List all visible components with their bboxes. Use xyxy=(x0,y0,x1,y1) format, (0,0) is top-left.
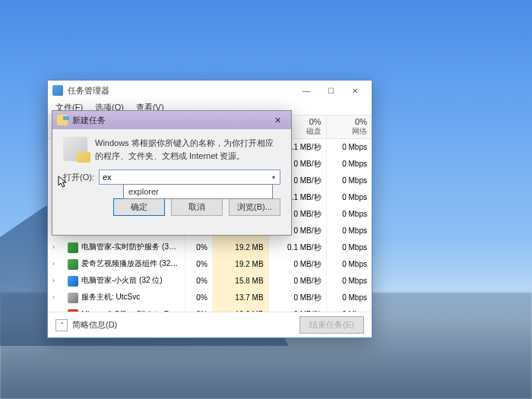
table-row[interactable]: ›电脑管家-小火箭 (32 位)0%15.8 MB0 MB/秒0 Mbps xyxy=(48,273,372,290)
dialog-title: 新建任务 xyxy=(72,115,106,126)
process-name-cell: ›电脑管家-小火箭 (32 位) xyxy=(48,273,185,290)
chevron-right-icon: › xyxy=(52,243,59,251)
fewer-details-button[interactable]: ⌃ 简略信息(D) xyxy=(55,319,117,331)
chevron-right-icon: › xyxy=(52,260,59,268)
cell-net: 0 Mbps xyxy=(326,139,372,156)
cell-mem: 19.2 MB xyxy=(212,256,268,273)
process-name-cell: ›服务主机: UtcSvc xyxy=(48,290,185,306)
autocomplete-list: explorer xyxy=(123,184,273,199)
cell-net: 0 Mbps xyxy=(326,256,372,273)
process-icon xyxy=(68,293,78,303)
cell-net: 0 Mbps xyxy=(326,156,372,173)
ok-button[interactable]: 确定 xyxy=(113,198,165,216)
cell-cpu: 0% xyxy=(185,290,212,306)
cancel-button[interactable]: 取消 xyxy=(171,198,223,216)
maximize-button[interactable]: ☐ xyxy=(318,82,343,99)
cell-cpu: 0% xyxy=(185,306,212,312)
cell-net: 0 Mbps xyxy=(326,189,372,206)
minimize-button[interactable]: — xyxy=(294,82,318,99)
cell-disk: 0 MB/秒 xyxy=(268,273,326,290)
process-name: 服务主机: UtcSvc xyxy=(81,293,140,301)
process-name: 爱奇艺视频播放器组件 (32 位) xyxy=(81,259,182,268)
run-icon xyxy=(63,137,87,161)
dialog-description: Windows 将根据你所键入的名称，为你打开相应的程序、文件夹、文档或 Int… xyxy=(95,137,280,162)
dialog-titlebar[interactable]: 新建任务 ✕ xyxy=(52,111,291,129)
folder-run-icon xyxy=(57,115,68,125)
process-name-cell: Microsoft Office Click-to-Run... xyxy=(48,306,185,312)
open-combobox: ▾ explorer xyxy=(99,169,280,185)
cell-net: 0 Mbps xyxy=(326,206,372,223)
table-row[interactable]: ›爱奇艺视频播放器组件 (32 位)0%19.2 MB0 MB/秒0 Mbps xyxy=(48,256,372,273)
cell-mem: 19.2 MB xyxy=(212,239,268,256)
dialog-close-button[interactable]: ✕ xyxy=(268,113,287,127)
chevron-right-icon: › xyxy=(52,277,59,284)
table-row[interactable]: Microsoft Office Click-to-Run...0%13.6 M… xyxy=(48,306,372,312)
process-name: Microsoft Office Click-to-Run... xyxy=(81,309,184,312)
fewer-details-label: 简略信息(D) xyxy=(72,319,117,331)
col-network[interactable]: 0%网络 xyxy=(326,116,372,139)
cell-disk: 0 MB/秒 xyxy=(268,256,326,273)
close-button[interactable]: ✕ xyxy=(343,82,367,99)
process-name-cell: ›爱奇艺视频播放器组件 (32 位) xyxy=(48,256,185,273)
cell-cpu: 0% xyxy=(185,239,212,256)
browse-button[interactable]: 浏览(B)... xyxy=(229,198,280,216)
process-icon xyxy=(68,309,78,312)
process-name: 电脑管家-实时防护服务 (32 位) xyxy=(81,242,185,251)
process-name: 电脑管家-小火箭 (32 位) xyxy=(81,276,163,284)
cell-disk: 0.1 MB/秒 xyxy=(268,239,326,256)
new-task-dialog: 新建任务 ✕ Windows 将根据你所键入的名称，为你打开相应的程序、文件夹、… xyxy=(52,110,292,236)
cell-net: 0 Mbps xyxy=(326,223,372,239)
table-row[interactable]: ›电脑管家-实时防护服务 (32 位)0%19.2 MB0.1 MB/秒0 Mb… xyxy=(48,239,372,256)
dropdown-icon[interactable]: ▾ xyxy=(268,170,280,184)
chevron-right-icon: › xyxy=(52,293,59,301)
cell-mem: 15.8 MB xyxy=(212,273,268,290)
cell-net: 0 Mbps xyxy=(326,306,372,312)
process-icon xyxy=(68,259,78,270)
table-row[interactable]: ›服务主机: UtcSvc0%13.7 MB0 MB/秒0 Mbps xyxy=(48,290,372,306)
cell-disk: 0 MB/秒 xyxy=(268,306,326,312)
end-task-button[interactable]: 结束任务(E) xyxy=(299,316,364,334)
app-icon xyxy=(52,85,63,96)
autocomplete-item[interactable]: explorer xyxy=(124,185,272,198)
process-icon xyxy=(68,276,78,287)
process-icon xyxy=(68,242,78,253)
open-input[interactable] xyxy=(99,169,280,185)
cell-cpu: 0% xyxy=(185,256,212,273)
cell-mem: 13.7 MB xyxy=(212,290,268,306)
footer: ⌃ 简略信息(D) 结束任务(E) xyxy=(48,312,372,337)
cell-net: 0 Mbps xyxy=(326,273,372,290)
cell-disk: 0 MB/秒 xyxy=(268,290,326,306)
cell-net: 0 Mbps xyxy=(326,173,372,189)
chevron-up-icon: ⌃ xyxy=(55,319,68,331)
window-title: 任务管理器 xyxy=(68,85,109,97)
cell-mem: 13.6 MB xyxy=(212,306,268,312)
cell-net: 0 Mbps xyxy=(326,290,372,306)
cell-cpu: 0% xyxy=(185,273,212,290)
process-name-cell: ›电脑管家-实时防护服务 (32 位) xyxy=(48,239,185,256)
titlebar[interactable]: 任务管理器 — ☐ ✕ xyxy=(48,81,372,100)
cell-net: 0 Mbps xyxy=(326,239,372,256)
open-label: 打开(O): xyxy=(63,172,94,183)
